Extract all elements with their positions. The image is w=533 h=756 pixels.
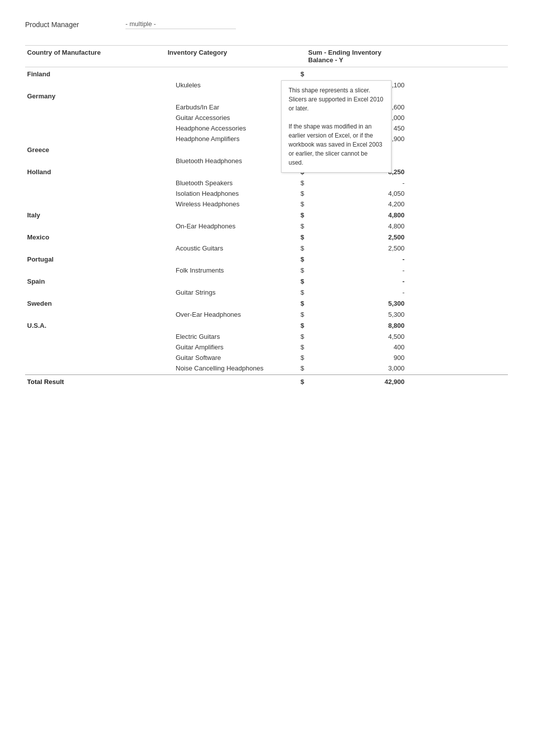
item-currency: $ — [276, 288, 306, 297]
item-currency: $ — [276, 343, 306, 351]
country-row: Holland $ 8,250 — [25, 166, 508, 178]
country-name: Germany — [25, 92, 166, 100]
item-value: - — [306, 288, 407, 297]
item-value: 1,000 — [306, 113, 407, 122]
item-value: 4,500 — [306, 332, 407, 341]
country-name: Portugal — [25, 255, 166, 264]
item-category: Electric Guitars — [166, 332, 276, 341]
item-value: 450 — [306, 124, 407, 133]
country-value: 4,800 — [306, 211, 407, 219]
item-country — [25, 288, 166, 297]
country-category — [166, 277, 276, 286]
item-category: Headphone Amplifiers — [166, 135, 276, 143]
item-row: Headphone Amplifiers $ 6,900 — [25, 134, 508, 144]
item-row: Guitar Amplifiers $ 400 — [25, 342, 508, 352]
country-row: Germany $ — [25, 90, 508, 102]
country-row: Italy $ 4,800 — [25, 209, 508, 221]
country-category — [166, 233, 276, 241]
pivot-table: Country of Manufacture Inventory Categor… — [25, 45, 508, 389]
total-currency: $ — [276, 377, 306, 387]
item-country — [25, 189, 166, 198]
item-country — [25, 332, 166, 341]
country-row: Finland $ — [25, 68, 508, 80]
country-currency: $ — [276, 70, 306, 78]
item-currency: $ — [276, 310, 306, 319]
country-row: Spain $ - — [25, 276, 508, 287]
item-country — [25, 103, 166, 111]
country-name: Greece — [25, 146, 166, 154]
country-category — [166, 321, 276, 330]
item-country — [25, 222, 166, 230]
item-value: 400 — [306, 343, 407, 351]
country-category — [166, 70, 276, 78]
item-category: Folk Instruments — [166, 266, 276, 275]
item-country — [25, 310, 166, 319]
country-value — [306, 92, 407, 100]
item-row: Folk Instruments $ - — [25, 265, 508, 276]
item-currency: $ — [276, 266, 306, 275]
item-category: Guitar Software — [166, 353, 276, 362]
total-row: Total Result $ 42,900 — [25, 374, 508, 389]
country-row: Portugal $ - — [25, 254, 508, 265]
item-row: On-Ear Headphones $ 4,800 — [25, 221, 508, 231]
item-currency: $ — [276, 189, 306, 198]
item-value: 4,800 — [306, 222, 407, 230]
item-category: Bluetooth Speakers — [166, 179, 276, 187]
item-currency: $ — [276, 135, 306, 143]
item-category: Guitar Amplifiers — [166, 343, 276, 351]
country-row: Sweden $ 5,300 — [25, 298, 508, 309]
item-country — [25, 113, 166, 122]
item-category: Isolation Headphones — [166, 189, 276, 198]
country-currency: $ — [276, 92, 306, 100]
item-row: Noise Cancelling Headphones $ 3,000 — [25, 363, 508, 373]
country-currency: $ — [276, 277, 306, 286]
country-name: Holland — [25, 168, 166, 176]
country-value: - — [306, 255, 407, 264]
item-country — [25, 244, 166, 253]
product-manager-label: Product Manager — [25, 21, 115, 29]
country-currency: $ — [276, 211, 306, 219]
total-label: Total Result — [25, 377, 166, 387]
country-category — [166, 255, 276, 264]
item-currency: $ — [276, 353, 306, 362]
col-value: Sum - Ending Inventory Balance - Y — [306, 48, 407, 65]
country-value: 8,800 — [306, 321, 407, 330]
country-name: Finland — [25, 70, 166, 78]
item-country — [25, 135, 166, 143]
country-category — [166, 211, 276, 219]
item-row: Headphone Accessories $ 450 — [25, 123, 508, 134]
country-currency: $ — [276, 299, 306, 308]
item-country — [25, 200, 166, 208]
item-currency: $ — [276, 200, 306, 208]
item-value — [306, 157, 407, 165]
country-value: 2,500 — [306, 233, 407, 241]
item-value: 5,300 — [306, 310, 407, 319]
item-row: Guitar Software $ 900 — [25, 352, 508, 363]
item-row: Bluetooth Headphones $ — [25, 156, 508, 166]
item-row: Guitar Strings $ - — [25, 287, 508, 298]
country-row: Mexico $ 2,500 — [25, 231, 508, 243]
item-row: Guitar Accessories $ 1,000 — [25, 112, 508, 123]
country-value — [306, 70, 407, 78]
country-currency: $ — [276, 321, 306, 330]
item-value: - — [306, 179, 407, 187]
item-row: Acoustic Guitars $ 2,500 — [25, 243, 508, 254]
item-value: 4,200 — [306, 200, 407, 208]
item-country — [25, 81, 166, 89]
item-category: Headphone Accessories — [166, 124, 276, 133]
item-row: Electric Guitars $ 4,500 — [25, 331, 508, 342]
item-country — [25, 353, 166, 362]
item-row: Earbuds/In Ear $ 2,600 — [25, 102, 508, 112]
item-category: Acoustic Guitars — [166, 244, 276, 253]
column-headers: Country of Manufacture Inventory Categor… — [25, 45, 508, 67]
item-row: Ukuleles $ 3,100 — [25, 80, 508, 90]
country-currency: $ — [276, 255, 306, 264]
country-row: Greece $ — [25, 144, 508, 156]
item-category: Wireless Headphones — [166, 200, 276, 208]
country-name: Sweden — [25, 299, 166, 308]
item-currency: $ — [276, 124, 306, 133]
item-value: - — [306, 266, 407, 275]
item-value: 3,100 — [306, 81, 407, 89]
col-currency-header — [276, 48, 306, 65]
country-currency: $ — [276, 168, 306, 176]
